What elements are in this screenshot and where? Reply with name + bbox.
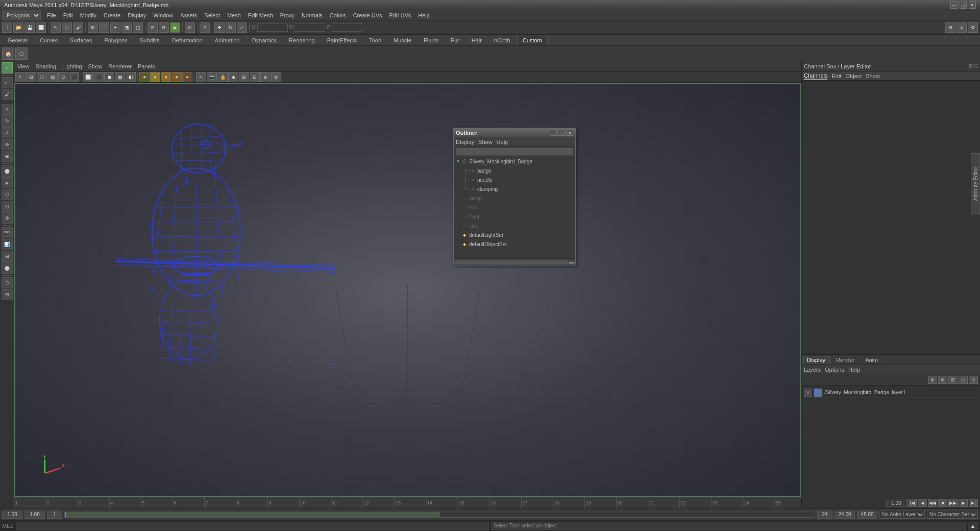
le-tab-render[interactable]: Render <box>831 356 860 364</box>
camera-tool[interactable]: 📷 <box>2 227 13 238</box>
render-tool[interactable]: ⬤ <box>2 262 13 274</box>
shelf-tab-deformation[interactable]: Deformation <box>166 36 208 45</box>
step-back[interactable]: ◀ <box>918 499 927 507</box>
minimize-button[interactable]: ─ <box>950 2 958 9</box>
scroll-left[interactable]: ◀ <box>568 260 571 264</box>
shelf-tab-muscle[interactable]: Muscle <box>388 36 417 45</box>
menu-modify[interactable]: Modify <box>77 12 100 19</box>
menu-select[interactable]: Select <box>201 12 223 19</box>
range-frame-input[interactable] <box>47 511 62 519</box>
menu-colors[interactable]: Colors <box>327 12 349 19</box>
vp-quality-5[interactable]: ● <box>182 72 192 82</box>
le-subtab-layers[interactable]: Layers <box>804 367 821 373</box>
vp-quality-2[interactable]: ● <box>150 72 160 82</box>
menu-display[interactable]: Display <box>125 12 149 19</box>
shelf-tab-curves[interactable]: Curves <box>34 36 63 45</box>
dope-sheet-tool[interactable]: ⊞ <box>2 251 13 262</box>
coord-x-input[interactable] <box>257 23 288 32</box>
outliner-close[interactable]: ✕ <box>566 130 573 136</box>
menu-create[interactable]: Create <box>101 12 124 19</box>
go-to-end[interactable]: ▶| <box>969 499 978 507</box>
le-tool-1[interactable]: ⊕ <box>928 376 937 384</box>
scale-tool[interactable]: ⤢ <box>2 127 13 138</box>
vp-tool1[interactable]: ⊞ <box>239 72 249 82</box>
le-tab-anim[interactable]: Anim <box>860 356 884 364</box>
tree-item-silvery[interactable]: ▼ ⬡ Silvery_Mockingbird_Badge <box>454 157 575 166</box>
anim-icon[interactable]: ▶ <box>170 22 180 33</box>
ik-tool[interactable]: ⊗ <box>2 212 13 224</box>
vp-bookmark-icon[interactable]: ◆ <box>228 72 238 82</box>
step-forward[interactable]: ▶ <box>959 499 968 507</box>
tree-item-clamping[interactable]: └─ ○ clamping <box>454 184 575 194</box>
shelf-tab-hair[interactable]: Hair <box>466 36 487 45</box>
shelf-tab-surfaces[interactable]: Surfaces <box>64 36 97 45</box>
outliner-maximize[interactable]: □ <box>558 130 565 136</box>
vp-quality-1[interactable]: ● <box>139 72 150 82</box>
menu-proxy[interactable]: Proxy <box>277 12 298 19</box>
vp-icon-uvs[interactable]: ⬡ <box>37 72 47 82</box>
le-tool-4[interactable]: ⬡ <box>959 376 968 384</box>
tree-item-lightset[interactable]: ◆ defaultLightSet <box>454 230 575 239</box>
vp-icon-smooth[interactable]: ⊙ <box>58 72 68 82</box>
vp-icon-select[interactable]: ↖ <box>15 72 26 82</box>
maximize-button[interactable]: □ <box>960 2 967 9</box>
paint-select-tool[interactable]: 🖌 <box>2 89 13 100</box>
select-mode-icon[interactable]: ↖ <box>51 22 61 33</box>
character-set-select[interactable]: No Character Set <box>927 511 978 519</box>
help-icon[interactable]: ? <box>200 22 210 33</box>
vp-menu-renderer[interactable]: Renderer <box>107 63 133 69</box>
tree-item-needle[interactable]: ├─ ○ needle <box>454 175 575 184</box>
shelf-tab-dynamics[interactable]: Dynamics <box>247 36 282 45</box>
graph-editor-tool[interactable]: 📊 <box>2 239 13 250</box>
outliner-menu-display[interactable]: Display <box>456 139 474 145</box>
vp-shading-3[interactable]: ◼ <box>104 72 114 82</box>
vp-icon-hierarchy[interactable]: ⊞ <box>26 72 36 82</box>
render-icon[interactable]: R <box>159 22 169 33</box>
outliner-titlebar[interactable]: Outliner ─ □ ✕ <box>454 128 575 137</box>
menu-help[interactable]: Help <box>415 12 433 19</box>
move-tool[interactable]: ✛ <box>2 104 13 115</box>
shelf-tab-fur[interactable]: Fur <box>445 36 465 45</box>
shelf-tab-ncloth[interactable]: nCloth <box>488 36 516 45</box>
vp-menu-show[interactable]: Show <box>87 63 104 69</box>
le-tool-5[interactable]: ⊙ <box>969 376 978 384</box>
right-icons-3[interactable]: ⚙ <box>968 22 978 33</box>
lasso-icon[interactable]: ⬡ <box>62 22 72 33</box>
anim-layer-select[interactable]: No Anim Layer <box>879 511 925 519</box>
tree-item-top[interactable]: ○ top <box>454 203 575 212</box>
range-end-right-input[interactable] <box>857 511 877 519</box>
extrude-icon[interactable]: E <box>148 22 158 33</box>
vp-shading-1[interactable]: ⬜ <box>83 72 93 82</box>
soft-mod-tool[interactable]: ◉ <box>2 151 13 162</box>
cb-tab-channels[interactable]: Channels <box>804 73 827 80</box>
range-end-left-input[interactable] <box>835 511 855 519</box>
close-button[interactable]: ✕ <box>969 2 976 9</box>
select-tool[interactable]: ↖ <box>2 62 13 74</box>
range-start-input[interactable] <box>2 511 22 519</box>
menu-file[interactable]: File <box>44 12 59 19</box>
le-tool-3[interactable]: ⊞ <box>948 376 958 384</box>
menu-create-uvs[interactable]: Create UVs <box>350 12 385 19</box>
layer-visibility[interactable]: V <box>804 389 812 397</box>
menu-edit-mesh[interactable]: Edit Mesh <box>245 12 276 19</box>
save-icon[interactable]: 💾 <box>24 22 35 33</box>
tree-item-front[interactable]: ○ front <box>454 212 575 221</box>
le-tool-2[interactable]: ⊗ <box>938 376 947 384</box>
shelf-icon-2[interactable]: ⬡ <box>15 47 28 60</box>
menu-assets[interactable]: Assets <box>177 12 200 19</box>
shelf-tab-custom[interactable]: Custom <box>517 36 548 45</box>
vp-tool2[interactable]: ⊟ <box>250 72 260 82</box>
le-subtab-options[interactable]: Options <box>825 367 844 373</box>
menu-window[interactable]: Window <box>150 12 176 19</box>
select-all-icon[interactable]: ⋮ <box>2 22 12 33</box>
menu-edit[interactable]: Edit <box>60 12 76 19</box>
vp-tool3[interactable]: ⊕ <box>260 72 271 82</box>
paint-select-icon[interactable]: 🖌 <box>73 22 83 33</box>
cb-tab-object[interactable]: Object <box>845 73 862 79</box>
shelf-tab-general[interactable]: General <box>2 36 33 45</box>
cb-tab-show[interactable]: Show <box>866 73 880 79</box>
scale-icon[interactable]: ⤢ <box>237 22 247 33</box>
snap-tool[interactable]: ⊞ <box>2 289 13 300</box>
joint-tool[interactable]: ◎ <box>2 201 13 212</box>
le-tab-display[interactable]: Display <box>802 356 831 364</box>
